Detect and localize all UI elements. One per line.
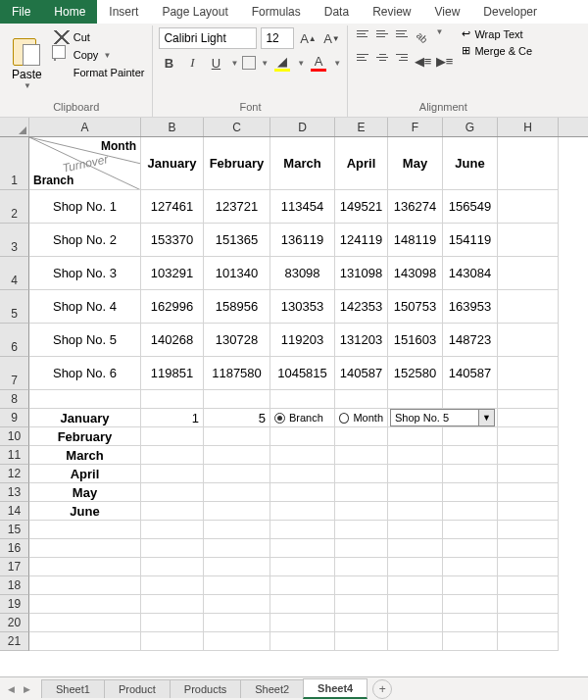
- cell-D21[interactable]: [270, 632, 335, 651]
- row-header-20[interactable]: 20: [0, 614, 29, 632]
- cell-B15[interactable]: [141, 521, 204, 539]
- col-header-B[interactable]: B: [141, 118, 204, 136]
- cell-E5[interactable]: 142353: [335, 290, 388, 324]
- cell-E18[interactable]: [335, 576, 388, 595]
- cell-C17[interactable]: [204, 558, 270, 576]
- cell-E19[interactable]: [335, 595, 388, 614]
- cell-F10[interactable]: [388, 427, 443, 446]
- tab-insert[interactable]: Insert: [97, 0, 150, 24]
- cell-F12[interactable]: [388, 465, 443, 483]
- increase-font-button[interactable]: A▲: [298, 28, 318, 48]
- cell-E14[interactable]: [335, 502, 388, 521]
- cell-C16[interactable]: [204, 539, 270, 558]
- italic-button[interactable]: I: [182, 53, 202, 73]
- cell-D14[interactable]: [270, 502, 335, 521]
- col-header-F[interactable]: F: [388, 118, 443, 136]
- row-header-8[interactable]: 8: [0, 390, 29, 409]
- cell-F16[interactable]: [388, 539, 443, 558]
- cell-D10[interactable]: [270, 427, 335, 446]
- row-header-11[interactable]: 11: [0, 446, 29, 465]
- row-header-5[interactable]: 5: [0, 290, 29, 324]
- cell-C18[interactable]: [204, 576, 270, 595]
- cell-C7[interactable]: 1187580: [204, 357, 270, 390]
- borders-button[interactable]: [242, 56, 256, 70]
- cell-C9[interactable]: 5: [204, 409, 270, 427]
- cell-B9[interactable]: 1: [141, 409, 204, 427]
- cell-H16[interactable]: [498, 539, 559, 558]
- cell-B11[interactable]: [141, 446, 204, 465]
- cell-A18[interactable]: [29, 576, 141, 595]
- cell-C1[interactable]: February: [204, 137, 270, 190]
- cell-D5[interactable]: 130353: [270, 290, 335, 324]
- align-center-button[interactable]: [373, 51, 391, 69]
- cell-G5[interactable]: 163953: [443, 290, 498, 324]
- sheet-tab-sheet1[interactable]: Sheet1: [41, 679, 105, 698]
- row-header-7[interactable]: 7: [0, 357, 29, 390]
- tab-data[interactable]: Data: [313, 0, 361, 24]
- cell-C11[interactable]: [204, 446, 270, 465]
- cell-G3[interactable]: 154119: [443, 224, 498, 257]
- row-header-1[interactable]: 1: [0, 137, 29, 190]
- cell-A1[interactable]: Month Turnover Branch: [29, 137, 141, 190]
- cell-H18[interactable]: [498, 576, 559, 595]
- cell-G2[interactable]: 156549: [443, 190, 498, 224]
- cell-B12[interactable]: [141, 465, 204, 483]
- cell-C8[interactable]: [204, 390, 270, 409]
- tab-view[interactable]: View: [423, 0, 472, 24]
- cell-D4[interactable]: 83098: [270, 257, 335, 290]
- cell-A2[interactable]: Shop No. 1: [29, 190, 141, 224]
- cell-D11[interactable]: [270, 446, 335, 465]
- fill-color-button[interactable]: ◢: [272, 53, 292, 73]
- cell-A15[interactable]: [29, 521, 141, 539]
- cell-A19[interactable]: [29, 595, 141, 614]
- cell-B1[interactable]: January: [141, 137, 204, 190]
- cell-H4[interactable]: [498, 257, 559, 290]
- cell-F18[interactable]: [388, 576, 443, 595]
- col-header-G[interactable]: G: [443, 118, 498, 136]
- cell-B18[interactable]: [141, 576, 204, 595]
- cell-G12[interactable]: [443, 465, 498, 483]
- cell-F1[interactable]: May: [388, 137, 443, 190]
- cell-B2[interactable]: 127461: [141, 190, 204, 224]
- cell-A8[interactable]: [29, 390, 141, 409]
- cell-G6[interactable]: 148723: [443, 324, 498, 357]
- cell-E21[interactable]: [335, 632, 388, 651]
- cell-A6[interactable]: Shop No. 5: [29, 324, 141, 357]
- cell-F20[interactable]: [388, 614, 443, 632]
- decrease-font-button[interactable]: A▼: [321, 28, 341, 48]
- cell-F7[interactable]: 152580: [388, 357, 443, 390]
- cell-G19[interactable]: [443, 595, 498, 614]
- cell-E17[interactable]: [335, 558, 388, 576]
- cell-C14[interactable]: [204, 502, 270, 521]
- combo-shop[interactable]: Shop No. 5▼: [390, 409, 495, 426]
- cell-B16[interactable]: [141, 539, 204, 558]
- cell-A4[interactable]: Shop No. 3: [29, 257, 141, 290]
- cell-B4[interactable]: 103291: [141, 257, 204, 290]
- cell-D16[interactable]: [270, 539, 335, 558]
- cell-A13[interactable]: May: [29, 483, 141, 502]
- font-size-input[interactable]: [261, 27, 294, 49]
- cell-E6[interactable]: 131203: [335, 324, 388, 357]
- cell-C19[interactable]: [204, 595, 270, 614]
- merge-button[interactable]: ⊞Merge & Ce: [462, 44, 532, 57]
- cell-D3[interactable]: 136119: [270, 224, 335, 257]
- cell-B13[interactable]: [141, 483, 204, 502]
- cell-D7[interactable]: 1045815: [270, 357, 335, 390]
- cell-A3[interactable]: Shop No. 2: [29, 224, 141, 257]
- cell-F15[interactable]: [388, 521, 443, 539]
- cell-H5[interactable]: [498, 290, 559, 324]
- row-header-6[interactable]: 6: [0, 324, 29, 357]
- cell-A12[interactable]: April: [29, 465, 141, 483]
- cell-B3[interactable]: 153370: [141, 224, 204, 257]
- cell-E8[interactable]: [335, 390, 388, 409]
- cell-A11[interactable]: March: [29, 446, 141, 465]
- cell-A17[interactable]: [29, 558, 141, 576]
- align-right-button[interactable]: [393, 51, 411, 69]
- col-header-H[interactable]: H: [498, 118, 559, 136]
- cell-C6[interactable]: 130728: [204, 324, 270, 357]
- cell-B7[interactable]: 119851: [141, 357, 204, 390]
- cell-B10[interactable]: [141, 427, 204, 446]
- cell-D17[interactable]: [270, 558, 335, 576]
- cell-E1[interactable]: April: [335, 137, 388, 190]
- cell-B20[interactable]: [141, 614, 204, 632]
